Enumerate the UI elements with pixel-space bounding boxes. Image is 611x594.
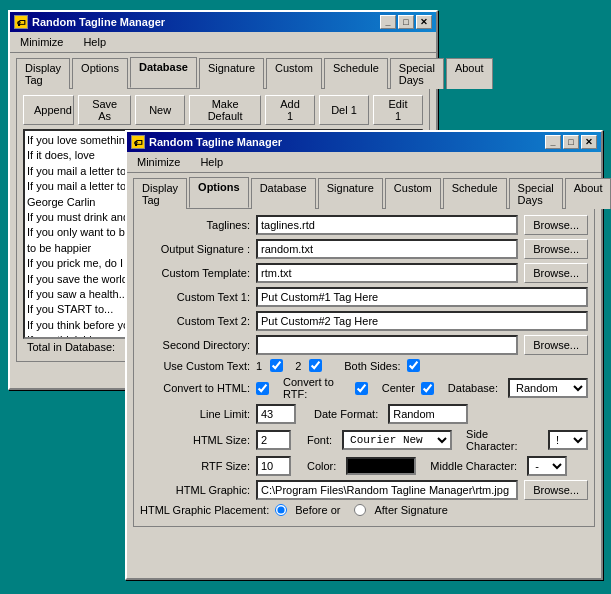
database-select[interactable]: Random Sequential Manual xyxy=(508,378,588,398)
html-size-input[interactable] xyxy=(256,430,291,450)
minimize-btn-1[interactable]: _ xyxy=(380,15,396,29)
maximize-btn-2[interactable]: □ xyxy=(563,135,579,149)
titlebar-controls-1: _ □ ✕ xyxy=(380,15,432,29)
app-icon-1: 🏷 xyxy=(14,15,28,29)
save-as-btn[interactable]: Save As xyxy=(78,95,131,125)
convert-rtf-label: Convert to RTF: xyxy=(283,376,349,400)
titlebar-2[interactable]: 🏷 Random Tagline Manager _ □ ✕ xyxy=(127,132,601,152)
both-sides-checkbox[interactable] xyxy=(407,359,420,372)
del1-btn[interactable]: Del 1 xyxy=(319,95,369,125)
menu-minimize-2[interactable]: Minimize xyxy=(131,154,186,170)
edit1-btn[interactable]: Edit 1 xyxy=(373,95,423,125)
taglines-input[interactable] xyxy=(256,215,518,235)
font-select[interactable]: Courier New Arial Times New Roman xyxy=(342,430,452,450)
window-title-1: Random Tagline Manager xyxy=(32,16,165,28)
second-dir-row: Second Directory: Browse... xyxy=(140,335,588,355)
custom-template-label: Custom Template: xyxy=(140,267,250,279)
minimize-btn-2[interactable]: _ xyxy=(545,135,561,149)
window-2: 🏷 Random Tagline Manager _ □ ✕ Minimize … xyxy=(125,130,603,580)
tab-database-2[interactable]: Database xyxy=(251,178,316,209)
append-btn[interactable]: Append xyxy=(23,95,74,125)
custom-text2-input[interactable] xyxy=(256,311,588,331)
second-dir-input[interactable] xyxy=(256,335,518,355)
taglines-row: Taglines: Browse... xyxy=(140,215,588,235)
custom2-num: 2 xyxy=(295,360,301,372)
tab-about-2[interactable]: About xyxy=(565,178,611,209)
new-btn[interactable]: New xyxy=(135,95,185,125)
custom-text1-input[interactable] xyxy=(256,287,588,307)
tab-special-days-2[interactable]: Special Days xyxy=(509,178,563,209)
menubar-2: Minimize Help xyxy=(127,152,601,173)
tab-database-1[interactable]: Database xyxy=(130,57,197,88)
close-btn-1[interactable]: ✕ xyxy=(416,15,432,29)
app-icon-2: 🏷 xyxy=(131,135,145,149)
titlebar-1[interactable]: 🏷 Random Tagline Manager _ □ ✕ xyxy=(10,12,436,32)
menu-help-2[interactable]: Help xyxy=(194,154,229,170)
tab-special-days-1[interactable]: Special Days xyxy=(390,58,444,89)
tab-display-tag-1[interactable]: Display Tag xyxy=(16,58,70,89)
line-limit-row: Line Limit: Date Format: xyxy=(140,404,588,424)
second-dir-browse-btn[interactable]: Browse... xyxy=(524,335,588,355)
convert-html-checkbox[interactable] xyxy=(256,382,269,395)
custom-template-browse-btn[interactable]: Browse... xyxy=(524,263,588,283)
output-sig-input[interactable] xyxy=(256,239,518,259)
html-placement-row: HTML Graphic Placement: Before or After … xyxy=(140,504,588,516)
toolbar-1: Append Save As New Make Default Add 1 De… xyxy=(23,95,423,125)
rtf-size-label: RTF Size: xyxy=(140,460,250,472)
use-custom-text-row: Use Custom Text: 1 2 Both Sides: xyxy=(140,359,588,372)
date-format-label: Date Format: xyxy=(314,408,378,420)
tabs-1: Display Tag Options Database Signature C… xyxy=(10,53,436,88)
status-text: Total in Database: xyxy=(27,341,115,353)
before-radio[interactable] xyxy=(275,504,287,516)
tab-signature-1[interactable]: Signature xyxy=(199,58,264,89)
output-sig-row: Output Signature : Browse... xyxy=(140,239,588,259)
window-title-2: Random Tagline Manager xyxy=(149,136,282,148)
date-format-input[interactable] xyxy=(388,404,468,424)
middle-char-select[interactable]: - + = xyxy=(527,456,567,476)
convert-rtf-checkbox[interactable] xyxy=(355,382,368,395)
after-radio[interactable] xyxy=(354,504,366,516)
line-limit-input[interactable] xyxy=(256,404,296,424)
custom-template-row: Custom Template: Browse... xyxy=(140,263,588,283)
middle-char-label: Middle Character: xyxy=(430,460,517,472)
custom-template-input[interactable] xyxy=(256,263,518,283)
tab-custom-1[interactable]: Custom xyxy=(266,58,322,89)
output-sig-browse-btn[interactable]: Browse... xyxy=(524,239,588,259)
add1-btn[interactable]: Add 1 xyxy=(265,95,315,125)
tabs-2: Display Tag Options Database Signature C… xyxy=(127,173,601,208)
custom-text1-label: Custom Text 1: xyxy=(140,291,250,303)
tab-schedule-1[interactable]: Schedule xyxy=(324,58,388,89)
options-content: Taglines: Browse... Output Signature : B… xyxy=(133,208,595,527)
html-graphic-row: HTML Graphic: Browse... xyxy=(140,480,588,500)
maximize-btn-1[interactable]: □ xyxy=(398,15,414,29)
color-picker[interactable] xyxy=(346,457,416,475)
center-label: Center xyxy=(382,382,415,394)
side-char-select[interactable]: ! @ # xyxy=(548,430,588,450)
tab-custom-2[interactable]: Custom xyxy=(385,178,441,209)
tab-about-1[interactable]: About xyxy=(446,58,493,89)
close-btn-2[interactable]: ✕ xyxy=(581,135,597,149)
both-sides-label: Both Sides: xyxy=(344,360,400,372)
html-graphic-input[interactable] xyxy=(256,480,518,500)
tab-schedule-2[interactable]: Schedule xyxy=(443,178,507,209)
custom1-num: 1 xyxy=(256,360,262,372)
center-checkbox[interactable] xyxy=(421,382,434,395)
font-label: Font: xyxy=(307,434,332,446)
tab-options-2[interactable]: Options xyxy=(189,177,249,208)
menu-minimize-1[interactable]: Minimize xyxy=(14,34,69,50)
tab-signature-2[interactable]: Signature xyxy=(318,178,383,209)
taglines-browse-btn[interactable]: Browse... xyxy=(524,215,588,235)
tab-options-1[interactable]: Options xyxy=(72,58,128,89)
html-graphic-browse-btn[interactable]: Browse... xyxy=(524,480,588,500)
html-size-label: HTML Size: xyxy=(140,434,250,446)
use-custom1-checkbox[interactable] xyxy=(270,359,283,372)
use-custom2-checkbox[interactable] xyxy=(309,359,322,372)
color-label: Color: xyxy=(307,460,336,472)
menu-help-1[interactable]: Help xyxy=(77,34,112,50)
side-char-label: Side Character: xyxy=(466,428,538,452)
tab-display-tag-2[interactable]: Display Tag xyxy=(133,178,187,209)
rtf-size-input[interactable] xyxy=(256,456,291,476)
database-label: Database: xyxy=(448,382,498,394)
make-default-btn[interactable]: Make Default xyxy=(189,95,261,125)
second-dir-label: Second Directory: xyxy=(140,339,250,351)
